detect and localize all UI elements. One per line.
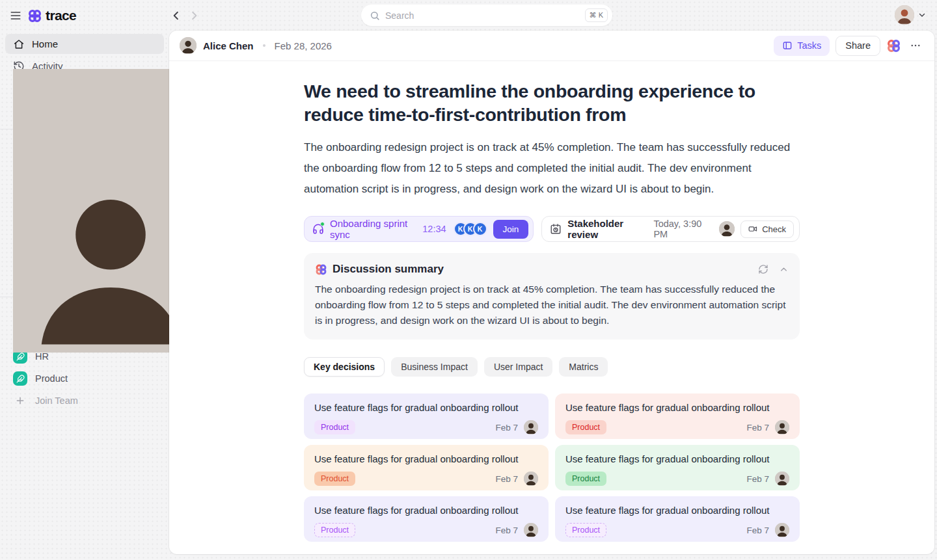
decision-cards-grid: Use feature flags for gradual onboarding… xyxy=(304,393,800,542)
summary-title: Discussion summary xyxy=(333,263,444,276)
decision-card[interactable]: Use feature flags for gradual onboarding… xyxy=(555,393,800,439)
more-options-button[interactable] xyxy=(907,37,924,54)
panel-left-icon xyxy=(782,40,793,51)
decision-card-tag: Product xyxy=(565,472,606,486)
decision-card-avatar xyxy=(524,420,538,434)
document-intro: The onboarding redesign project is on tr… xyxy=(304,137,800,200)
app-logo[interactable]: trace xyxy=(27,8,76,23)
chevron-down-icon xyxy=(917,10,927,20)
document-date: Feb 28, 2026 xyxy=(275,40,332,51)
main-panel: Alice Chen Feb 28, 2026 Tasks Share xyxy=(169,31,934,554)
decision-card-avatar xyxy=(524,472,538,486)
document-title: We need to streamline the onboarding exp… xyxy=(304,79,800,126)
refresh-icon[interactable] xyxy=(758,264,768,274)
author-name[interactable]: Alice Chen xyxy=(203,40,254,51)
section-tab[interactable]: User Impact xyxy=(484,357,552,377)
decision-card[interactable]: Use feature flags for gradual onboarding… xyxy=(555,445,800,490)
decision-card[interactable]: Use feature flags for gradual onboarding… xyxy=(304,496,549,542)
top-bar: trace ⌘ K xyxy=(0,0,937,31)
dm-item[interactable]: Liam Chen xyxy=(5,244,164,266)
decision-card[interactable]: Use feature flags for gradual onboarding… xyxy=(304,393,549,439)
section-tabs: Key decisionsBusiness ImpactUser ImpactM… xyxy=(304,357,800,377)
join-button[interactable]: Join xyxy=(493,220,529,239)
sidebar-item-home[interactable]: Home xyxy=(5,34,164,54)
event-title: Stakeholder review xyxy=(567,218,647,240)
join-team-label: Join Team xyxy=(35,395,78,406)
decision-card-date: Feb 7 xyxy=(746,526,769,535)
search-icon xyxy=(370,10,380,21)
direct-messages-list: Ava Johnson Noah Williams xyxy=(5,155,164,266)
event-attendee-avatar xyxy=(719,221,735,237)
search-shortcut-badge: ⌘ K xyxy=(585,8,608,22)
decision-card-title: Use feature flags for gradual onboarding… xyxy=(565,453,789,464)
sidebar-item-label: Home xyxy=(32,38,58,49)
video-camera-icon xyxy=(748,224,757,233)
home-icon xyxy=(13,38,25,50)
header-actions: Tasks Share xyxy=(774,36,924,56)
share-button[interactable]: Share xyxy=(835,36,880,56)
collapse-chevron-icon[interactable] xyxy=(779,265,789,274)
live-indicator-dot xyxy=(320,222,325,226)
decision-card-avatar xyxy=(775,523,789,537)
user-avatar xyxy=(895,5,914,25)
decision-card[interactable]: Use feature flags for gradual onboarding… xyxy=(304,445,549,490)
meeting-title: Onboarding sprint sync xyxy=(330,218,416,240)
event-time: Today, 3:90 PM xyxy=(653,219,712,239)
search-bar[interactable]: ⌘ K xyxy=(361,5,612,26)
team-item[interactable]: Product xyxy=(5,367,164,390)
section-tab[interactable]: Business Impact xyxy=(391,357,478,377)
decision-card-title: Use feature flags for gradual onboarding… xyxy=(565,505,789,516)
decision-card-title: Use feature flags for gradual onboarding… xyxy=(565,402,789,413)
dot-separator xyxy=(263,44,265,47)
decision-card-title: Use feature flags for gradual onboarding… xyxy=(314,453,538,464)
decision-card-date: Feb 7 xyxy=(746,423,769,433)
share-button-label: Share xyxy=(845,40,871,51)
decision-card-tag: Product xyxy=(314,472,355,486)
calendar-clock-icon xyxy=(550,223,562,235)
participant-avatars: KKK xyxy=(454,222,487,236)
author-avatar[interactable] xyxy=(180,37,197,54)
participant-avatar: K xyxy=(473,222,487,236)
app-name: trace xyxy=(46,8,76,23)
sidebar: Home Activity Messages 10 Tasks Direct M… xyxy=(0,31,169,560)
decision-card-date: Feb 7 xyxy=(495,474,518,484)
section-tab[interactable]: Key decisions xyxy=(304,357,385,377)
embeds-row: Onboarding sprint sync 12:34 KKK Join St… xyxy=(304,216,800,242)
check-button-label: Check xyxy=(762,224,786,234)
section-tab[interactable]: Matrics xyxy=(559,357,608,377)
headphones-icon xyxy=(312,223,324,235)
summary-body: The onboarding redesign project is on tr… xyxy=(315,282,789,328)
decision-card-avatar xyxy=(775,472,789,486)
document-header: Alice Chen Feb 28, 2026 Tasks Share xyxy=(169,31,934,61)
decision-card-tag: Product xyxy=(565,420,606,434)
decision-card-avatar xyxy=(775,420,789,434)
trace-ai-icon xyxy=(315,263,327,276)
user-menu[interactable] xyxy=(895,5,927,25)
search-input[interactable] xyxy=(385,10,580,21)
plus-icon xyxy=(15,395,25,406)
decision-card-date: Feb 7 xyxy=(746,474,769,484)
decision-card[interactable]: Use feature flags for gradual onboarding… xyxy=(555,496,800,542)
decision-card-tag: Product xyxy=(314,420,355,434)
decision-card-avatar xyxy=(524,523,538,537)
trace-ai-icon[interactable] xyxy=(886,38,901,53)
decision-card-title: Use feature flags for gradual onboarding… xyxy=(314,505,538,516)
back-button[interactable] xyxy=(170,10,182,21)
discussion-summary-card: Discussion summary The onboarding redesi… xyxy=(304,253,800,340)
feather-icon xyxy=(13,371,27,386)
document-body[interactable]: We need to streamline the onboarding exp… xyxy=(169,61,934,554)
decision-card-date: Feb 7 xyxy=(495,526,518,535)
forward-button[interactable] xyxy=(188,10,200,21)
trace-logo-icon xyxy=(27,8,42,23)
meeting-embed[interactable]: Onboarding sprint sync 12:34 KKK Join xyxy=(304,216,534,242)
decision-card-tag: Product xyxy=(565,523,606,537)
join-team-button[interactable]: Join Team xyxy=(5,390,164,412)
tasks-button[interactable]: Tasks xyxy=(774,36,830,56)
event-embed[interactable]: Stakeholder review Today, 3:90 PM Check xyxy=(541,216,800,242)
decision-card-date: Feb 7 xyxy=(495,423,518,433)
hamburger-menu-icon[interactable] xyxy=(9,9,22,22)
team-name: Product xyxy=(35,373,68,384)
check-button[interactable]: Check xyxy=(740,220,794,238)
tasks-button-label: Tasks xyxy=(797,40,821,51)
team-name: HR xyxy=(35,351,49,362)
